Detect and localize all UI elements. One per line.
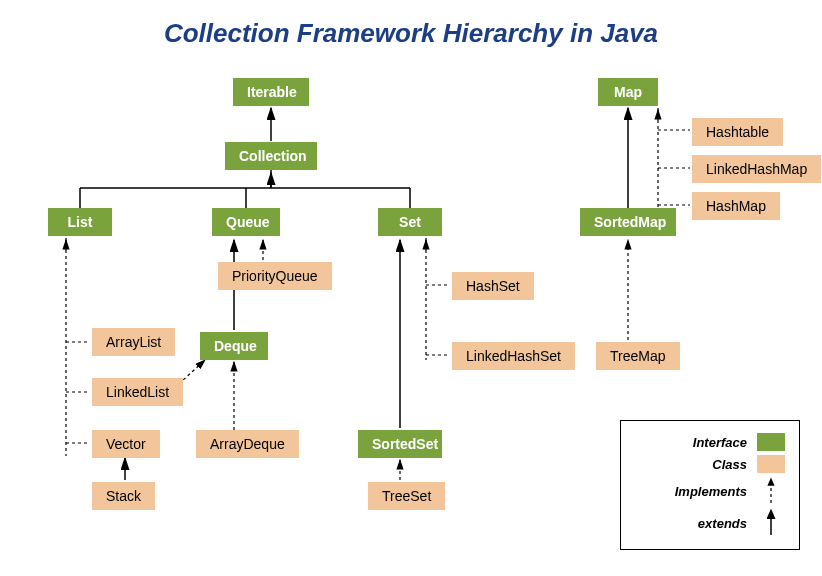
node-stack: Stack [92, 482, 155, 510]
node-linkedlist: LinkedList [92, 378, 183, 406]
node-sortedset: SortedSet [358, 430, 442, 458]
legend-class-swatch [757, 455, 785, 473]
node-hashmap: HashMap [692, 192, 780, 220]
node-sortedmap: SortedMap [580, 208, 676, 236]
diagram-title: Collection Framework Hierarchy in Java [0, 18, 822, 49]
node-list: List [48, 208, 112, 236]
legend-interface-label: Interface [635, 435, 747, 450]
legend-interface-swatch [757, 433, 785, 451]
legend-extends-label: extends [635, 516, 747, 531]
legend-class: Class [635, 455, 785, 473]
node-iterable: Iterable [233, 78, 309, 106]
legend-class-label: Class [635, 457, 747, 472]
node-treeset: TreeSet [368, 482, 445, 510]
node-deque: Deque [200, 332, 268, 360]
node-set: Set [378, 208, 442, 236]
node-priorityqueue: PriorityQueue [218, 262, 332, 290]
node-collection: Collection [225, 142, 317, 170]
legend-implements: Implements [635, 477, 785, 505]
legend-interface: Interface [635, 433, 785, 451]
node-linkedhashset: LinkedHashSet [452, 342, 575, 370]
legend-extends: extends [635, 509, 785, 537]
arrow-dashed-icon [757, 477, 785, 505]
node-treemap: TreeMap [596, 342, 680, 370]
node-map: Map [598, 78, 658, 106]
node-arraydeque: ArrayDeque [196, 430, 299, 458]
node-linkedhashmap: LinkedHashMap [692, 155, 821, 183]
node-arraylist: ArrayList [92, 328, 175, 356]
node-vector: Vector [92, 430, 160, 458]
legend: Interface Class Implements extends [620, 420, 800, 550]
node-queue: Queue [212, 208, 280, 236]
node-hashtable: Hashtable [692, 118, 783, 146]
legend-implements-label: Implements [635, 484, 747, 499]
arrow-solid-icon [757, 509, 785, 537]
node-hashset: HashSet [452, 272, 534, 300]
